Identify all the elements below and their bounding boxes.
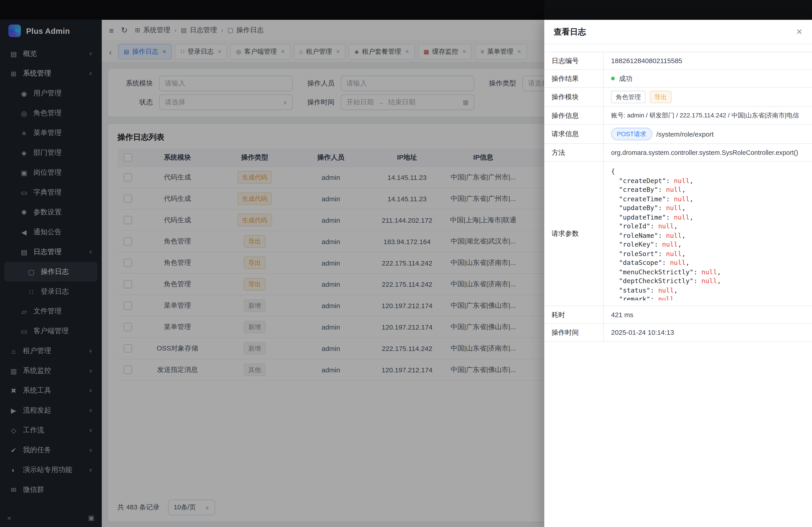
drawer-title: 查看日志 [554,26,586,37]
field-label: 操作时间 [544,324,604,341]
json-line: "roleId": null, [611,222,804,230]
post-method-tag: POST请求 [611,128,652,140]
json-line: "updateBy": null, [611,203,804,212]
json-line: "roleSort": null, [611,249,804,258]
json-line: "roleName": null, [611,231,804,240]
drawer-header: 查看日志 ✕ [544,20,812,44]
field-params: 请求参数 { "createDept": null, "createBy": n… [544,162,812,306]
field-label: 日志编号 [544,52,604,69]
duration-value: 421 ms [604,306,812,323]
module-tag: 角色管理 [611,91,646,104]
field-time: 操作时间 2025-01-24 10:14:13 [544,324,812,342]
module-value: 角色管理 导出 [604,88,812,106]
field-label: 操作信息 [544,107,604,124]
field-label: 方法 [544,144,604,161]
drawer-mask[interactable] [0,0,544,527]
request-params-value: { "createDept": null, "createBy": null, … [604,162,812,306]
json-line: "menuCheckStrictly": null, [611,267,804,276]
json-line: "dataScope": null, [611,258,804,267]
screen: Plus Admin ▤概览∨⊞系统管理∧◉用户管理◎角色管理≡菜单管理◈部门管… [0,0,812,527]
drawer-body: 日志编号 1882612840802115585 操作结果 成功 操作模块 角色… [544,44,812,527]
request-info-value: POST请求 /system/role/export [604,125,812,144]
field-label: 请求参数 [544,162,604,306]
json-line: "createBy": null, [611,185,804,194]
field-label: 耗时 [544,306,604,323]
field-request: 请求信息 POST请求 /system/role/export [544,125,812,144]
field-log-id: 日志编号 1882612840802115585 [544,52,812,70]
field-duration: 耗时 421 ms [544,306,812,324]
json-line: "updateTime": null, [611,213,804,222]
json-line: "status": null, [611,286,804,295]
log-id-value: 1882612840802115585 [604,52,812,69]
operation-info-value: 账号: admin / 研发部门 / 222.175.114.242 / 中国|… [604,107,812,124]
result-text: 成功 [619,74,633,83]
operation-type-tag: 导出 [650,91,671,104]
method-value: org.dromara.system.controller.system.Sys… [604,144,812,161]
field-module: 操作模块 角色管理 导出 [544,88,812,107]
json-line: "createTime": null, [611,194,804,203]
field-label: 操作结果 [544,70,604,87]
operation-time-value: 2025-01-24 10:14:13 [604,324,812,341]
request-params-json[interactable]: { "createDept": null, "createBy": null, … [611,167,804,300]
log-details: 日志编号 1882612840802115585 操作结果 成功 操作模块 角色… [544,51,812,342]
view-log-drawer: 查看日志 ✕ 日志编号 1882612840802115585 操作结果 成功 … [544,20,812,527]
field-label: 请求信息 [544,125,604,144]
field-method: 方法 org.dromara.system.controller.system.… [544,144,812,162]
json-line: "roleKey": null, [611,240,804,249]
json-line: "deptCheckStrictly": null, [611,276,804,285]
field-label: 操作模块 [544,88,604,106]
json-line: "remark": null, [611,295,804,300]
close-drawer-icon[interactable]: ✕ [796,27,802,36]
json-line: { [611,167,804,176]
result-value: 成功 [604,70,812,87]
field-info: 操作信息 账号: admin / 研发部门 / 222.175.114.242 … [544,107,812,125]
json-line: "createDept": null, [611,176,804,185]
request-url: /system/role/export [656,130,714,138]
success-status-dot [611,77,615,80]
field-result: 操作结果 成功 [544,70,812,88]
